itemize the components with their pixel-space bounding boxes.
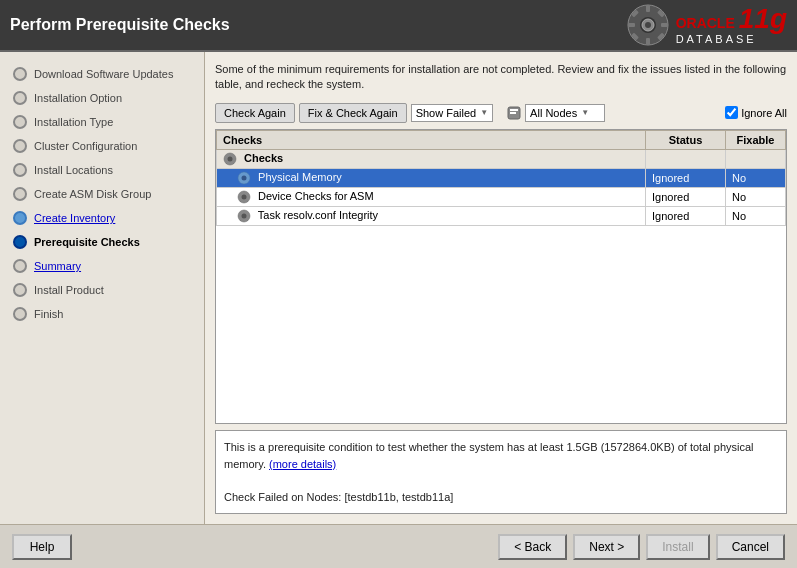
step-icon-locations: [12, 162, 28, 178]
step-icon-prereq: [12, 234, 28, 250]
footer: Help < Back Next > Install Cancel: [0, 524, 797, 568]
svg-point-20: [242, 195, 247, 200]
more-details-link[interactable]: (more details): [269, 458, 336, 470]
svg-point-18: [242, 175, 247, 180]
toolbar: Check Again Fix & Check Again Show Faile…: [215, 103, 787, 123]
page-title: Perform Prerequisite Checks: [10, 16, 230, 34]
col-fixable: Fixable: [726, 130, 786, 149]
svg-rect-5: [661, 23, 668, 27]
sidebar-item-summary[interactable]: Summary: [0, 254, 204, 278]
main-container: Perform Prerequisite Checks: [0, 0, 797, 568]
check-failed-text: Check Failed on Nodes: [testdb11b, testd…: [224, 491, 453, 503]
step-icon-summary: [12, 258, 28, 274]
col-status: Status: [646, 130, 726, 149]
body-container: Download Software Updates Installation O…: [0, 52, 797, 524]
step-circle: [13, 91, 27, 105]
table-row[interactable]: Task resolv.conf Integrity Ignored No: [217, 207, 786, 226]
all-nodes-select[interactable]: All Nodes ▼: [525, 104, 605, 122]
show-failed-label: Show Failed: [416, 107, 477, 119]
svg-rect-2: [646, 5, 650, 12]
sidebar-item-finish: Finish: [0, 302, 204, 326]
footer-right: < Back Next > Install Cancel: [498, 534, 785, 560]
sidebar-item-installation-option: Installation Option: [0, 86, 204, 110]
table-row[interactable]: Device Checks for ASM Ignored No: [217, 187, 786, 206]
sidebar-item-prerequisite-checks: Prerequisite Checks: [0, 230, 204, 254]
gear-icon: [237, 209, 251, 223]
cell-task-resolv-fixable: No: [726, 207, 786, 226]
sidebar-item-download-software: Download Software Updates: [0, 62, 204, 86]
sidebar: Download Software Updates Installation O…: [0, 52, 205, 524]
svg-rect-14: [510, 112, 516, 114]
sidebar-item-installation-type: Installation Type: [0, 110, 204, 134]
step-circle: [13, 163, 27, 177]
svg-point-16: [228, 156, 233, 161]
cell-device-checks-status: Ignored: [646, 187, 726, 206]
svg-point-11: [645, 22, 651, 28]
cell-physical-memory: Physical Memory: [217, 168, 646, 187]
cell-physical-memory-status: Ignored: [646, 168, 726, 187]
cell-physical-memory-fixable: No: [726, 168, 786, 187]
gear-icon: [237, 171, 251, 185]
step-circle: [13, 139, 27, 153]
ignore-all-label: Ignore All: [741, 107, 787, 119]
ignore-all-container: Ignore All: [725, 106, 787, 119]
step-icon-inst-option: [12, 90, 28, 106]
group-cell-fixable: [726, 149, 786, 168]
cell-task-resolv: Task resolv.conf Integrity: [217, 207, 646, 226]
svg-rect-4: [628, 23, 635, 27]
sidebar-item-create-asm: Create ASM Disk Group: [0, 182, 204, 206]
all-nodes-arrow-icon: ▼: [581, 108, 589, 117]
step-icon-download: [12, 66, 28, 82]
main-content: Some of the minimum requirements for ins…: [205, 52, 797, 524]
step-icon-inst-type: [12, 114, 28, 130]
cancel-button[interactable]: Cancel: [716, 534, 785, 560]
svg-point-22: [242, 214, 247, 219]
install-button[interactable]: Install: [646, 534, 709, 560]
svg-rect-13: [510, 109, 518, 111]
step-icon-finish: [12, 306, 28, 322]
nodes-icon: [507, 106, 521, 120]
step-circle: [13, 307, 27, 321]
step-icon-cluster: [12, 138, 28, 154]
step-circle: [13, 187, 27, 201]
step-icon-inventory: [12, 210, 28, 226]
oracle-label: ORACLE: [676, 16, 735, 30]
step-icon-install-product: [12, 282, 28, 298]
gear-icon: [223, 152, 237, 166]
sidebar-item-create-inventory[interactable]: Create Inventory: [0, 206, 204, 230]
header: Perform Prerequisite Checks: [0, 0, 797, 52]
help-button[interactable]: Help: [12, 534, 72, 560]
version-label: 11g: [739, 5, 787, 33]
cell-device-checks-fixable: No: [726, 187, 786, 206]
next-button[interactable]: Next >: [573, 534, 640, 560]
ignore-all-checkbox[interactable]: [725, 106, 738, 119]
show-failed-arrow-icon: ▼: [480, 108, 488, 117]
step-circle-blue: [13, 211, 27, 225]
step-circle: [13, 259, 27, 273]
oracle-logo: ORACLE 11g DATABASE: [626, 3, 787, 47]
check-again-button[interactable]: Check Again: [215, 103, 295, 123]
checks-table-container: Checks Status Fixable Check: [215, 129, 787, 424]
group-cell-status: [646, 149, 726, 168]
sidebar-item-install-product: Install Product: [0, 278, 204, 302]
col-checks: Checks: [217, 130, 646, 149]
table-row[interactable]: Physical Memory Ignored No: [217, 168, 786, 187]
oracle-brand: ORACLE 11g DATABASE: [676, 5, 787, 45]
show-failed-select[interactable]: Show Failed ▼: [411, 104, 493, 122]
svg-rect-3: [646, 38, 650, 45]
fix-check-button[interactable]: Fix & Check Again: [299, 103, 407, 123]
all-nodes-label: All Nodes: [530, 107, 577, 119]
gear-icon: [237, 190, 251, 204]
sidebar-item-cluster-config: Cluster Configuration: [0, 134, 204, 158]
checks-table: Checks Status Fixable Check: [216, 130, 786, 226]
footer-left: Help: [12, 534, 72, 560]
back-button[interactable]: < Back: [498, 534, 567, 560]
step-circle: [13, 67, 27, 81]
oracle-gear-icon: [626, 3, 670, 47]
cell-task-resolv-status: Ignored: [646, 207, 726, 226]
database-label: DATABASE: [676, 33, 787, 45]
info-box: This is a prerequisite condition to test…: [215, 430, 787, 514]
step-icon-asm: [12, 186, 28, 202]
table-row[interactable]: Checks: [217, 149, 786, 168]
step-circle: [13, 283, 27, 297]
